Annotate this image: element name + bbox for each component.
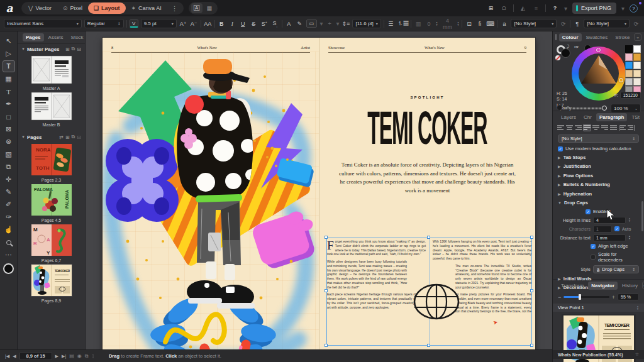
bold-button[interactable]: B <box>218 21 226 27</box>
persona-overflow-menu[interactable]: ⋮ <box>167 5 182 12</box>
tab-swatches[interactable]: Swatches <box>583 33 611 41</box>
selection-handle[interactable] <box>427 344 430 347</box>
shape-tool[interactable]: □ <box>3 111 15 123</box>
picture-frame-rectangle-tool[interactable]: ⊠ <box>3 123 15 135</box>
delete-master-icon[interactable]: ⊟ <box>77 47 81 52</box>
checkbox-checked-icon[interactable]: ✓ <box>591 244 596 249</box>
collapse-chevron-icon[interactable]: ▼ <box>21 47 25 51</box>
section-bullets-numbering[interactable]: ▶Bullets & Numbering <box>553 180 644 190</box>
opacity-value-select[interactable]: 100 %⌄ <box>611 104 641 113</box>
pages-2-3-item[interactable]: NORA TOTH Pages 2,3 <box>18 143 85 182</box>
place-image-tool[interactable]: ▧ <box>3 148 15 160</box>
capitalization-button[interactable]: AA <box>204 21 212 27</box>
opacity-slider[interactable] <box>565 107 606 109</box>
zoom-knob[interactable] <box>579 294 581 300</box>
pages-4-5-item[interactable]: PALOMA PALOMA Pages 4,5 <box>18 184 85 222</box>
transform-mode-icon[interactable]: ⊞ <box>487 5 495 11</box>
decrease-size-button[interactable]: A⁻ <box>190 21 198 27</box>
frame-properties-icon[interactable]: ⊡ <box>465 21 473 27</box>
font-family-select[interactable]: Instrument Sans▾ <box>4 19 82 28</box>
align-away-from-spine-button[interactable] <box>627 124 635 131</box>
pages-section-header[interactable]: ▼ Pages ⇄ ⊞ ⧉ ⊟ <box>18 132 85 142</box>
tab-stock[interactable]: Stock <box>68 33 86 41</box>
colour-triangle[interactable] <box>579 53 619 94</box>
swap-colours-icon[interactable]: ⤸ <box>567 44 569 49</box>
modern-leading-row[interactable]: ✓ Use modern leading calculation <box>553 145 644 153</box>
pages-tool[interactable]: ⧉ <box>3 161 15 173</box>
swatch[interactable] <box>625 62 633 69</box>
persona-canva-ai[interactable]: ✶ Canva AI <box>126 3 167 14</box>
last-page-button[interactable]: ▶| <box>62 354 66 359</box>
swatch[interactable] <box>633 70 641 77</box>
export-png-button[interactable]: Export PNG <box>572 3 616 14</box>
persona-pixel[interactable]: ⊙ Pixel <box>57 3 88 14</box>
align-center-button[interactable] <box>565 124 574 131</box>
view-point-row[interactable]: View Point 1 ▲▼ <box>553 304 644 312</box>
flip-icon[interactable]: ◭ <box>519 5 527 11</box>
star-icon[interactable]: ☆ <box>635 352 639 357</box>
master-b-item[interactable]: Master B <box>18 92 85 127</box>
paragraph-style-dropdown[interactable]: [No Style]⇕ <box>558 134 639 143</box>
frame-text-tool[interactable]: T <box>3 60 15 72</box>
italic-button[interactable]: I <box>228 21 236 27</box>
drop-caps-enabled-row[interactable]: ✓ Enabled <box>553 207 644 216</box>
numbered-list-button[interactable]: ⒈☰ <box>397 19 409 28</box>
subscript-button[interactable]: S, <box>271 20 279 28</box>
para-style-reset-icon[interactable]: ⟳ <box>632 21 640 27</box>
view-point-stepper[interactable]: ▲▼ <box>636 305 639 310</box>
opacity-zero-icon[interactable] <box>557 105 562 111</box>
drop-cap-style-select[interactable]: a Drop Caps⇕ <box>593 265 639 273</box>
help-icon[interactable]: ? <box>630 4 638 13</box>
opacity-knob[interactable] <box>602 106 607 111</box>
grid-view-icon[interactable]: ▦ <box>204 3 215 13</box>
underline-button[interactable]: U <box>239 21 247 27</box>
tab-pages[interactable]: Pages <box>23 33 44 41</box>
fill-swatch[interactable] <box>561 48 570 58</box>
swatch[interactable] <box>625 78 633 85</box>
selection-handle[interactable] <box>530 344 533 347</box>
character-style-select[interactable]: [No Style]▾ <box>511 19 557 28</box>
swatch[interactable] <box>633 78 641 85</box>
picture-frame-ellipse-tool[interactable]: ⊗ <box>3 136 15 148</box>
columns-stepper[interactable]: ▲▼ <box>435 21 438 26</box>
assistant-icon[interactable]: ? <box>551 5 559 11</box>
view-pan-tool[interactable]: ☝ <box>3 224 15 236</box>
align-left-button[interactable] <box>557 124 565 131</box>
tab-transform[interactable]: Transform <box>558 282 587 290</box>
persona-vector[interactable]: ⋁ Vector <box>23 3 57 14</box>
page-8[interactable]: 8 What's New Artist <box>103 38 319 349</box>
highlight-pen-icon[interactable]: ✎ <box>296 21 304 27</box>
canvas[interactable]: 8 What's New Artist <box>86 31 552 349</box>
pages-6-7-item[interactable]: M A R Y Pages 6,7 <box>18 224 85 263</box>
insert-button[interactable]: ＋ <box>325 19 333 28</box>
master-pages-header[interactable]: ▼ Master Pages ⊞ ⧉ ⊟ <box>18 44 85 54</box>
export-caret-icon[interactable]: ▾ <box>621 5 625 12</box>
justify-left-button[interactable] <box>583 124 591 131</box>
justify-right-button[interactable] <box>601 124 609 131</box>
auto-checkbox[interactable]: ✓ <box>614 226 619 231</box>
current-colour-swatch[interactable] <box>3 263 14 274</box>
apply-master-icon[interactable]: ⇄ <box>59 134 64 140</box>
swatch[interactable] <box>625 53 633 61</box>
selection-handle[interactable] <box>325 344 328 347</box>
no-colour-icon[interactable] <box>555 55 560 60</box>
font-size-select[interactable]: 9.5 pt▾ <box>141 19 177 28</box>
gutter-value[interactable]: 4 mm <box>440 18 454 30</box>
spread-mode-icon[interactable]: ⧉ <box>85 353 89 359</box>
tab-paragraph[interactable]: Paragraph <box>596 113 628 121</box>
node-tool[interactable]: ▷ <box>3 48 15 60</box>
first-page-button[interactable]: |◀ <box>5 354 9 359</box>
tab-character[interactable]: Chr <box>580 113 595 121</box>
page-9[interactable]: Showcase What's New 9 SPOTLIGHT TEMI COK… <box>319 38 535 349</box>
panel-scrollbar[interactable] <box>641 201 643 231</box>
wheel-marker[interactable] <box>619 78 623 82</box>
page-view-icon[interactable]: ▤ <box>69 353 74 359</box>
char-style-reset-icon[interactable]: ⟳ <box>559 21 567 27</box>
frame-fill-caret-icon[interactable]: ▾ <box>319 20 323 27</box>
typography-variants-button[interactable]: V <box>130 19 138 28</box>
ligatures-button[interactable]: fi <box>475 21 484 27</box>
superscript-button[interactable]: S+ <box>260 20 269 27</box>
tab-stroke[interactable]: Stroke <box>612 33 633 41</box>
tab-layers[interactable]: Layers <box>558 113 579 121</box>
auto-translate-icon[interactable]: 🄰 <box>191 3 203 13</box>
